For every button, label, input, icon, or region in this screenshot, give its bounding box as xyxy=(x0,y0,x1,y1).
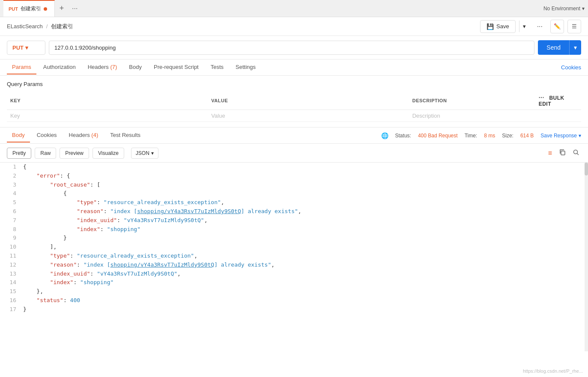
breadcrumb-parent[interactable]: ELasticSearch xyxy=(7,23,43,30)
tab-title: 创建索引 xyxy=(21,5,41,12)
code-line: 8 "index": "shopping" xyxy=(0,225,588,234)
cookies-link[interactable]: Cookies xyxy=(561,64,581,71)
globe-icon: 🌐 xyxy=(381,132,388,139)
code-line: 12 "reason": "index [shopping/vY4a3RsvT7… xyxy=(0,261,588,270)
send-dropdown-button[interactable]: ▾ xyxy=(569,40,581,55)
code-line: 9 } xyxy=(0,234,588,243)
comment-button[interactable]: ☰ xyxy=(567,20,581,33)
copy-icon xyxy=(559,149,566,156)
fmt-preview[interactable]: Preview xyxy=(60,148,89,159)
resp-tab-cookies[interactable]: Cookies xyxy=(32,128,62,142)
breadcrumb-separator: / xyxy=(46,23,48,30)
save-response-button[interactable]: Save Response ▾ xyxy=(540,133,581,139)
environment-selector[interactable]: No Environment ▾ xyxy=(543,6,585,12)
more-options-button[interactable]: ··· xyxy=(533,20,547,33)
code-line: 6 "reason": "index [shopping/vY4a3RsvT7u… xyxy=(0,207,588,216)
value-input[interactable] xyxy=(211,113,405,119)
line-number: 13 xyxy=(3,270,16,279)
scrollbar-thumb[interactable] xyxy=(585,163,588,175)
tab-params[interactable]: Params xyxy=(7,60,36,74)
tab-overflow-button[interactable]: ··· xyxy=(69,5,81,12)
comment-icon: ☰ xyxy=(572,23,577,30)
save-label: Save xyxy=(496,23,509,30)
method-chevron-icon: ▾ xyxy=(25,45,28,51)
active-tab[interactable]: PUT 创建索引 xyxy=(3,0,55,17)
line-number: 12 xyxy=(3,261,16,270)
save-response-chevron-icon: ▾ xyxy=(579,133,581,139)
line-number: 1 xyxy=(3,163,16,172)
resp-tab-test-results[interactable]: Test Results xyxy=(105,128,146,142)
description-input[interactable] xyxy=(412,113,532,119)
resp-tab-headers[interactable]: Headers (4) xyxy=(64,128,104,142)
line-number: 2 xyxy=(3,172,16,181)
search-button[interactable] xyxy=(571,147,581,159)
method-label: PUT xyxy=(12,45,24,51)
table-row xyxy=(7,110,581,122)
time-value: 8 ms xyxy=(484,133,495,139)
method-selector[interactable]: PUT ▾ xyxy=(7,41,45,55)
fmt-raw[interactable]: Raw xyxy=(35,148,56,159)
line-content: } xyxy=(23,305,585,314)
watermark: https://blog.csdn.net/P_rhe... xyxy=(523,368,583,374)
response-code-area[interactable]: 1{2 "error": {3 "root_cause": [4 {5 "typ… xyxy=(0,163,588,351)
copy-button[interactable] xyxy=(557,147,567,159)
line-content: "index": "shopping" xyxy=(23,225,585,234)
line-content: "type": "resource_already_exists_excepti… xyxy=(23,252,585,261)
params-more-icon[interactable]: ··· xyxy=(539,94,544,101)
resp-headers-badge: (4) xyxy=(91,132,98,138)
tab-prerequest[interactable]: Pre-request Script xyxy=(149,60,204,74)
resp-tab-body[interactable]: Body xyxy=(7,128,30,142)
code-line: 14 "index": "shopping" xyxy=(0,278,588,287)
tab-authorization[interactable]: Authorization xyxy=(38,60,81,74)
tab-headers[interactable]: Headers (7) xyxy=(83,60,122,74)
line-content: { xyxy=(23,163,585,172)
params-table: KEY VALUE DESCRIPTION ··· Bulk Edit xyxy=(7,92,581,122)
format-right-icons: ≡ xyxy=(546,147,581,159)
key-column-header: KEY xyxy=(7,92,208,110)
tab-body[interactable]: Body xyxy=(124,60,147,74)
line-number: 7 xyxy=(3,216,16,225)
save-button[interactable]: 💾 Save xyxy=(480,20,516,33)
code-line: 13 "index_uuid": "vY4a3RsvT7uIzMldy9S0tQ… xyxy=(0,270,588,279)
url-input[interactable] xyxy=(49,41,534,55)
add-tab-button[interactable]: + xyxy=(55,0,69,17)
line-content: } xyxy=(23,234,585,243)
save-response-label: Save Response xyxy=(540,133,577,139)
format-type-selector[interactable]: JSON ▾ xyxy=(131,148,158,159)
line-number: 3 xyxy=(3,181,16,190)
line-content: "index": "shopping" xyxy=(23,278,585,287)
code-line: 10 ], xyxy=(0,243,588,252)
size-label: Size: xyxy=(502,133,513,139)
format-type-chevron-icon: ▾ xyxy=(151,150,154,156)
line-content: "error": { xyxy=(23,172,585,181)
save-dropdown-button[interactable]: ▾ xyxy=(519,21,529,32)
line-number: 10 xyxy=(3,243,16,252)
description-column-header: DESCRIPTION xyxy=(409,92,535,110)
request-line: PUT ▾ Send ▾ xyxy=(0,36,588,59)
line-number: 15 xyxy=(3,287,16,296)
scrollbar[interactable] xyxy=(585,163,588,351)
fmt-pretty[interactable]: Pretty xyxy=(7,148,31,159)
code-line: 16 "status": 400 xyxy=(0,296,588,305)
breadcrumb-bar: ELasticSearch / 创建索引 💾 Save ▾ ··· ✏️ ☰ xyxy=(0,17,588,36)
tab-tests[interactable]: Tests xyxy=(206,60,229,74)
query-params-section: Query Params KEY VALUE DESCRIPTION ··· B… xyxy=(0,76,588,128)
code-line: 3 "root_cause": [ xyxy=(0,181,588,190)
line-content: "type": "resource_already_exists_excepti… xyxy=(23,198,585,207)
tab-settings[interactable]: Settings xyxy=(230,60,261,74)
wrap-button[interactable]: ≡ xyxy=(546,148,554,159)
key-input[interactable] xyxy=(10,113,204,119)
line-content: "reason": "index [shopping/vY4a3RsvT7uIz… xyxy=(23,261,585,270)
line-number: 5 xyxy=(3,198,16,207)
send-button[interactable]: Send xyxy=(538,40,569,55)
line-number: 6 xyxy=(3,207,16,216)
line-number: 16 xyxy=(3,296,16,305)
edit-button[interactable]: ✏️ xyxy=(550,20,564,33)
response-tabs: Body Cookies Headers (4) Test Results 🌐 … xyxy=(0,128,588,144)
tab-modified-dot xyxy=(44,7,47,11)
line-number: 17 xyxy=(3,305,16,314)
line-number: 9 xyxy=(3,234,16,243)
line-content: "index_uuid": "vY4a3RsvT7uIzMldy9S0tQ", xyxy=(23,216,585,225)
fmt-visualize[interactable]: Visualize xyxy=(93,148,124,159)
line-content: { xyxy=(23,189,585,198)
